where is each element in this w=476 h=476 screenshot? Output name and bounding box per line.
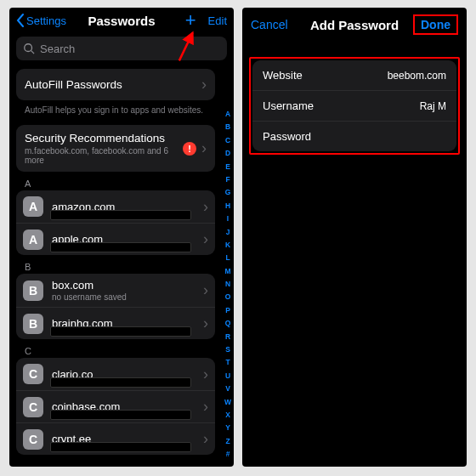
- index-letter[interactable]: P: [225, 306, 230, 315]
- site-avatar: B: [23, 314, 43, 334]
- index-letter[interactable]: S: [225, 345, 230, 354]
- index-letter[interactable]: M: [224, 267, 230, 276]
- redaction-overlay: [50, 442, 191, 452]
- chevron-left-icon: [16, 14, 25, 27]
- redaction-overlay: [50, 377, 191, 388]
- navbar: Settings Passwords + Edit: [9, 8, 234, 33]
- password-field[interactable]: Password: [252, 121, 456, 151]
- index-letter[interactable]: V: [225, 384, 230, 394]
- index-letter[interactable]: O: [225, 292, 231, 302]
- password-entry[interactable]: Aamazon.com›: [16, 190, 215, 223]
- index-letter[interactable]: L: [225, 253, 230, 263]
- entry-secondary: no username saved: [52, 292, 203, 302]
- chevron-right-icon: ›: [203, 398, 208, 416]
- entry-primary: box.com: [52, 279, 203, 292]
- index-letter[interactable]: X: [225, 411, 230, 420]
- content-scroll[interactable]: AutoFill Passwords › AutoFill helps you …: [9, 69, 234, 467]
- edit-button[interactable]: Edit: [208, 14, 227, 27]
- alphabet-index[interactable]: ABCDEFGHIJKLMNOPQRSTUVWXYZ#: [223, 110, 233, 460]
- index-letter[interactable]: E: [225, 162, 230, 172]
- site-avatar: B: [23, 280, 43, 301]
- add-button[interactable]: +: [185, 11, 196, 30]
- password-entry[interactable]: Bbox.comno username saved›: [16, 274, 215, 307]
- username-label: Username: [263, 99, 420, 112]
- index-letter[interactable]: D: [225, 149, 230, 158]
- index-letter[interactable]: Z: [225, 437, 230, 446]
- index-letter[interactable]: Y: [225, 423, 230, 433]
- navbar: Cancel Add Password Done: [242, 8, 467, 42]
- autofill-hint: AutoFill helps you sign in to apps and w…: [25, 105, 207, 115]
- security-subtitle: m.facebook.com, facebook.com and 6 more: [25, 146, 183, 165]
- index-letter[interactable]: N: [225, 280, 230, 289]
- index-letter[interactable]: #: [226, 450, 230, 459]
- index-letter[interactable]: H: [225, 201, 230, 211]
- chevron-right-icon: ›: [203, 430, 208, 448]
- index-letter[interactable]: G: [225, 188, 231, 197]
- security-recommendations-row[interactable]: Security Recommendations m.facebook.com,…: [16, 125, 215, 172]
- list-group: Cclario.co›Ccoinbase.com›Ccrypt.ee›: [16, 358, 215, 455]
- redaction-overlay: [50, 410, 191, 420]
- password-entry[interactable]: Cclario.co›: [16, 358, 215, 390]
- chevron-right-icon: ›: [203, 230, 208, 248]
- index-letter[interactable]: U: [225, 371, 230, 381]
- redaction-overlay: [50, 326, 191, 337]
- index-letter[interactable]: T: [225, 358, 230, 367]
- password-entry[interactable]: Aapple.com›: [16, 223, 215, 255]
- site-avatar: A: [23, 196, 43, 217]
- site-avatar: C: [23, 364, 43, 384]
- index-letter[interactable]: R: [225, 332, 230, 342]
- website-value: beebom.com: [388, 70, 446, 82]
- autofill-label: AutoFill Passwords: [25, 78, 201, 91]
- redaction-overlay: [50, 242, 191, 252]
- back-button[interactable]: Settings: [16, 14, 185, 27]
- chevron-right-icon: ›: [203, 198, 208, 216]
- back-label: Settings: [26, 14, 66, 27]
- svg-point-0: [25, 44, 32, 52]
- chevron-right-icon: ›: [203, 366, 208, 383]
- password-label: Password: [263, 130, 446, 143]
- password-entry[interactable]: Bbrainhq.com›: [16, 307, 215, 339]
- website-field[interactable]: Website beebom.com: [252, 60, 456, 90]
- search-input[interactable]: Search: [16, 37, 227, 60]
- list-group: Bbox.comno username saved›Bbrainhq.com›: [16, 274, 215, 339]
- alert-badge: !: [183, 142, 196, 156]
- index-letter[interactable]: W: [224, 398, 231, 407]
- site-avatar: C: [23, 397, 43, 417]
- index-letter[interactable]: C: [225, 136, 230, 145]
- chevron-right-icon: ›: [203, 314, 208, 332]
- index-letter[interactable]: I: [227, 214, 229, 224]
- svg-line-1: [31, 51, 35, 54]
- nav-actions: + Edit: [185, 11, 227, 30]
- search-placeholder: Search: [40, 42, 75, 55]
- index-letter[interactable]: Q: [225, 319, 231, 328]
- autofill-row[interactable]: AutoFill Passwords ›: [16, 69, 215, 100]
- index-letter[interactable]: A: [225, 110, 230, 119]
- add-password-form: Website beebom.com Username Raj M Passwo…: [249, 57, 460, 155]
- section-header: B: [25, 262, 222, 272]
- website-label: Website: [263, 69, 388, 82]
- password-entry[interactable]: Ccoinbase.com›: [16, 390, 215, 422]
- index-letter[interactable]: B: [225, 122, 230, 132]
- cancel-button[interactable]: Cancel: [251, 18, 288, 31]
- chevron-right-icon: ›: [201, 139, 207, 157]
- done-button[interactable]: Done: [413, 14, 458, 35]
- password-sections: AAamazon.com›Aapple.com›BBbox.comno user…: [9, 178, 222, 455]
- list-group: Aamazon.com›Aapple.com›: [16, 190, 215, 255]
- section-header: C: [25, 346, 222, 356]
- site-avatar: C: [23, 429, 43, 450]
- redaction-overlay: [50, 210, 191, 220]
- add-password-screen: Cancel Add Password Done Website beebom.…: [242, 8, 467, 467]
- section-header: A: [25, 178, 222, 189]
- index-letter[interactable]: J: [226, 228, 230, 237]
- username-field[interactable]: Username Raj M: [252, 90, 456, 121]
- password-entry[interactable]: Ccrypt.ee›: [16, 422, 215, 455]
- chevron-right-icon: ›: [201, 76, 207, 94]
- passwords-screen: Settings Passwords + Edit Search AutoFil…: [9, 8, 234, 467]
- username-value: Raj M: [420, 100, 446, 112]
- chevron-right-icon: ›: [203, 281, 208, 299]
- index-letter[interactable]: F: [225, 175, 230, 184]
- index-letter[interactable]: K: [225, 241, 230, 250]
- site-avatar: A: [23, 230, 43, 250]
- search-icon: [23, 42, 35, 54]
- security-label: Security Recommendations: [25, 132, 183, 144]
